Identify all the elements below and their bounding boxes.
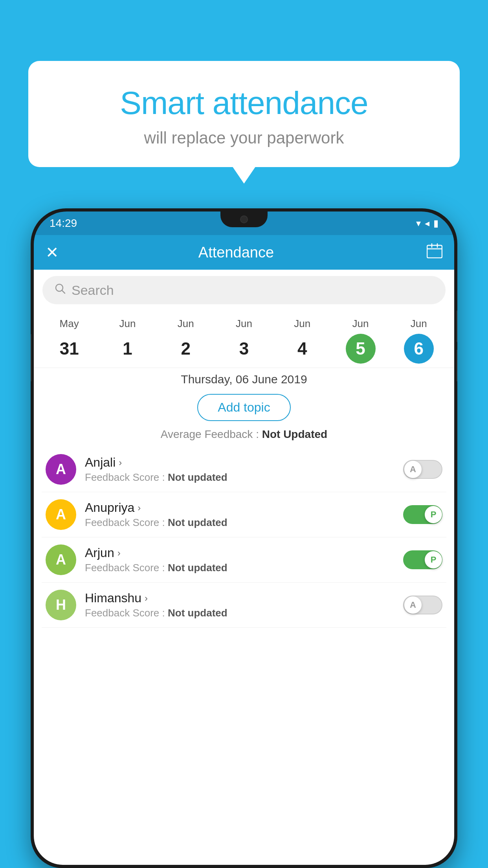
side-button-right-top [457, 311, 457, 342]
side-button-right-bottom [457, 350, 457, 381]
phone-inner: 14:29 ▾ ◂ ▮ ✕ Attendance [34, 211, 454, 865]
add-topic-button[interactable]: Add topic [197, 394, 290, 421]
screen-content: Search May31Jun1Jun2Jun3Jun4Jun5Jun6 Thu… [34, 270, 454, 865]
day-number[interactable]: 31 [54, 334, 84, 364]
app-title: Attendance [46, 244, 427, 261]
month-label: Jun [236, 318, 252, 330]
search-icon [54, 283, 66, 298]
student-name: Anjali › [85, 455, 403, 470]
date-col[interactable]: Jun3 [229, 318, 259, 364]
toggle-knob: A [404, 596, 422, 614]
date-heading: Thursday, 06 June 2019 [34, 368, 454, 392]
toggle-knob: A [404, 461, 422, 478]
student-info: Himanshu ›Feedback Score : Not updated [85, 591, 403, 619]
front-camera [240, 215, 248, 223]
app-bar: ✕ Attendance [34, 235, 454, 270]
phone-frame: 14:29 ▾ ◂ ▮ ✕ Attendance [31, 208, 457, 868]
feedback-score: Feedback Score : Not updated [85, 607, 403, 619]
month-label: Jun [178, 318, 194, 330]
chevron-icon: › [145, 593, 148, 604]
chevron-icon: › [117, 548, 121, 559]
search-bar[interactable]: Search [42, 276, 446, 304]
attendance-toggle[interactable]: A [403, 460, 442, 479]
student-name: Himanshu › [85, 591, 403, 605]
avg-feedback-value: Not Updated [262, 428, 327, 440]
student-name: Arjun › [85, 546, 403, 560]
student-item[interactable]: AAnupriya ›Feedback Score : Not updatedP [42, 492, 446, 537]
attendance-toggle[interactable]: P [403, 505, 442, 524]
student-avatar: H [46, 590, 76, 620]
chevron-icon: › [138, 502, 141, 513]
attendance-toggle[interactable]: A [403, 596, 442, 614]
feedback-score: Feedback Score : Not updated [85, 517, 403, 529]
avg-feedback-label: Average Feedback : [161, 428, 259, 440]
date-col[interactable]: Jun6 [404, 318, 434, 364]
notch [220, 211, 268, 227]
signal-icon: ◂ [425, 218, 429, 229]
student-avatar: A [46, 544, 76, 575]
calendar-icon[interactable] [427, 243, 442, 262]
date-col[interactable]: Jun1 [112, 318, 142, 364]
toggle-knob: P [425, 506, 442, 523]
day-number[interactable]: 4 [287, 334, 317, 364]
avg-feedback: Average Feedback : Not Updated [34, 428, 454, 441]
date-col[interactable]: Jun2 [171, 318, 201, 364]
bubble-subtitle: will replace your paperwork [48, 129, 440, 147]
month-label: Jun [411, 318, 427, 330]
add-topic-container: Add topic [34, 394, 454, 421]
search-bar-container: Search [34, 270, 454, 311]
feedback-value: Not updated [168, 607, 227, 619]
day-number[interactable]: 5 [346, 334, 376, 364]
bubble-title: Smart attendance [48, 85, 440, 121]
student-list: AAnjali ›Feedback Score : Not updatedAAA… [34, 447, 454, 628]
date-col[interactable]: Jun4 [287, 318, 317, 364]
feedback-value: Not updated [168, 562, 227, 574]
student-info: Anupriya ›Feedback Score : Not updated [85, 500, 403, 529]
battery-icon: ▮ [433, 218, 438, 229]
student-item[interactable]: HHimanshu ›Feedback Score : Not updatedA [42, 583, 446, 628]
attendance-toggle[interactable]: P [403, 550, 442, 569]
feedback-value: Not updated [168, 471, 227, 483]
student-info: Anjali ›Feedback Score : Not updated [85, 455, 403, 484]
status-bar: 14:29 ▾ ◂ ▮ [34, 211, 454, 235]
svg-rect-0 [427, 245, 442, 258]
student-item[interactable]: AArjun ›Feedback Score : Not updatedP [42, 537, 446, 583]
calendar-strip: May31Jun1Jun2Jun3Jun4Jun5Jun6 [34, 311, 454, 368]
search-input[interactable]: Search [72, 283, 114, 298]
month-label: May [60, 318, 79, 330]
student-info: Arjun ›Feedback Score : Not updated [85, 546, 403, 574]
day-number[interactable]: 2 [171, 334, 201, 364]
day-number[interactable]: 6 [404, 334, 434, 364]
student-item[interactable]: AAnjali ›Feedback Score : Not updatedA [42, 447, 446, 492]
feedback-score: Feedback Score : Not updated [85, 562, 403, 574]
speech-bubble: Smart attendance will replace your paper… [28, 61, 460, 167]
day-number[interactable]: 3 [229, 334, 259, 364]
student-avatar: A [46, 499, 76, 530]
month-label: Jun [352, 318, 369, 330]
toggle-knob: P [425, 551, 442, 568]
svg-line-5 [62, 291, 65, 294]
feedback-score: Feedback Score : Not updated [85, 471, 403, 484]
side-button-left [31, 334, 31, 381]
wifi-icon: ▾ [416, 218, 421, 229]
chevron-icon: › [119, 457, 122, 468]
date-col[interactable]: May31 [54, 318, 84, 364]
student-name: Anupriya › [85, 500, 403, 515]
status-icons: ▾ ◂ ▮ [416, 218, 438, 229]
month-label: Jun [294, 318, 310, 330]
status-time: 14:29 [50, 217, 77, 230]
student-avatar: A [46, 454, 76, 485]
feedback-value: Not updated [168, 517, 227, 528]
date-col[interactable]: Jun5 [346, 318, 376, 364]
month-label: Jun [119, 318, 136, 330]
day-number[interactable]: 1 [112, 334, 142, 364]
